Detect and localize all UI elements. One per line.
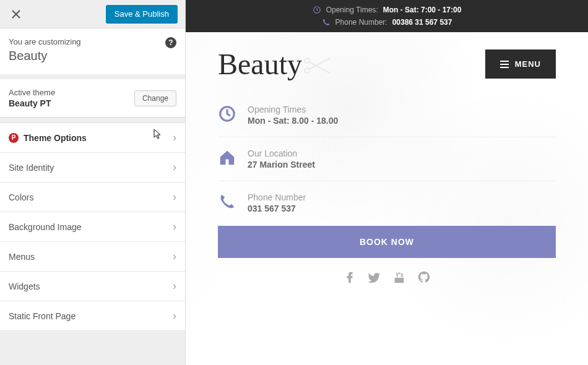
close-icon <box>12 10 20 19</box>
clock-icon <box>313 6 321 14</box>
github-icon[interactable] <box>417 270 431 286</box>
info-label: Phone Number <box>248 192 306 202</box>
menu-item-label: Menus <box>9 252 35 262</box>
info-value: Mon - Sat: 8.00 - 18.00 <box>248 116 338 126</box>
chevron-right-icon: › <box>173 280 176 293</box>
logo-text: Beauty <box>218 48 302 80</box>
menu-item-label: Site Identity <box>9 163 54 173</box>
info-value: 031 567 537 <box>248 204 306 213</box>
customizer-menu: P Theme Options › Site Identity › Colors… <box>0 122 185 331</box>
info-label: Our Location <box>248 148 315 158</box>
hamburger-icon <box>500 61 509 68</box>
site-title: Beauty <box>9 49 176 63</box>
topbar-phone-value: 00386 31 567 537 <box>392 18 452 27</box>
sidebar-topbar: Save & Publish <box>0 0 185 28</box>
sidebar-info: You are customizing Beauty ? <box>0 28 185 74</box>
preview-menu-button[interactable]: MENU <box>485 49 556 79</box>
topbar-opening-value: Mon - Sat: 7:00 - 17:00 <box>383 6 462 14</box>
topbar-phone: Phone Number: 00386 31 567 537 <box>186 16 588 28</box>
chevron-right-icon: › <box>173 161 176 174</box>
youtube-icon[interactable] <box>392 270 406 286</box>
facebook-icon[interactable] <box>343 270 357 286</box>
menu-item-background-image[interactable]: Background Image › <box>0 212 185 242</box>
close-button[interactable] <box>7 6 25 23</box>
help-icon[interactable]: ? <box>165 37 176 48</box>
chevron-right-icon: › <box>173 309 176 322</box>
customizer-sidebar: Save & Publish You are customizing Beaut… <box>0 0 186 365</box>
phone-icon <box>322 18 331 27</box>
divider <box>0 118 185 122</box>
menu-item-label: Background Image <box>9 222 82 232</box>
clock-icon <box>218 105 236 126</box>
book-now-button[interactable]: BOOK NOW <box>218 226 556 258</box>
site-logo[interactable]: Beauty <box>218 47 302 81</box>
social-icons <box>186 258 588 299</box>
topbar-opening-label: Opening Times: <box>326 6 378 14</box>
info-row-phone: Phone Number 031 567 537 <box>218 181 556 221</box>
menu-item-label: Colors <box>9 192 33 202</box>
phone-icon <box>218 192 236 213</box>
info-value: 27 Marion Street <box>248 160 315 170</box>
menu-item-colors[interactable]: Colors › <box>0 182 185 212</box>
svg-point-2 <box>305 68 309 73</box>
menu-item-site-identity[interactable]: Site Identity › <box>0 153 185 182</box>
chevron-right-icon: › <box>173 250 176 263</box>
chevron-right-icon: › <box>173 191 176 204</box>
menu-item-label: Widgets <box>9 281 40 291</box>
menu-item-menus[interactable]: Menus › <box>0 242 185 272</box>
menu-item-label: Static Front Page <box>9 311 76 321</box>
customizing-label: You are customizing <box>9 37 176 46</box>
home-icon <box>218 148 236 170</box>
info-label: Opening Times <box>248 105 338 114</box>
menu-item-label: Theme Options <box>24 133 87 143</box>
info-blocks: Opening Times Mon - Sat: 8.00 - 18.00 Ou… <box>186 81 588 221</box>
active-theme-block: Active theme Beauty PT Change <box>0 79 185 118</box>
chevron-right-icon: › <box>173 131 176 144</box>
change-theme-button[interactable]: Change <box>134 90 176 106</box>
preview-topbar: Opening Times: Mon - Sat: 7:00 - 17:00 P… <box>186 0 588 32</box>
menu-item-static-front-page[interactable]: Static Front Page › <box>0 301 185 331</box>
topbar-opening-times: Opening Times: Mon - Sat: 7:00 - 17:00 <box>186 4 588 16</box>
preview-pane: Opening Times: Mon - Sat: 7:00 - 17:00 P… <box>186 0 588 365</box>
svg-point-1 <box>305 58 309 63</box>
theme-options-badge-icon: P <box>9 133 19 143</box>
scissors-decoration-icon <box>302 52 333 86</box>
topbar-phone-label: Phone Number: <box>335 18 387 27</box>
twitter-icon[interactable] <box>368 270 381 286</box>
preview-header: Beauty MENU <box>186 32 588 81</box>
chevron-right-icon: › <box>173 220 176 233</box>
menu-item-theme-options[interactable]: P Theme Options › <box>0 122 185 153</box>
menu-button-label: MENU <box>515 59 541 69</box>
info-row-location: Our Location 27 Marion Street <box>218 137 556 181</box>
divider <box>0 74 185 79</box>
menu-item-widgets[interactable]: Widgets › <box>0 272 185 301</box>
save-publish-button[interactable]: Save & Publish <box>106 5 178 23</box>
info-row-opening: Opening Times Mon - Sat: 8.00 - 18.00 <box>218 93 556 137</box>
